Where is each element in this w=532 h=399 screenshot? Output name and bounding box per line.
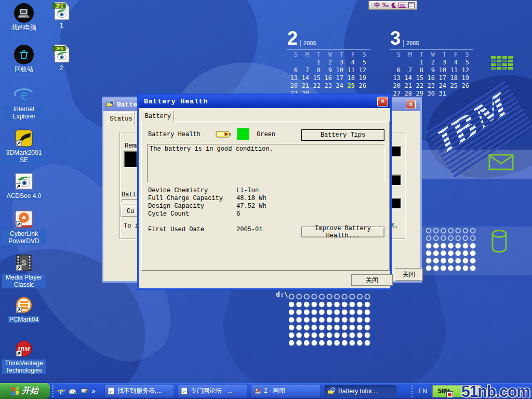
tab-battery[interactable]: Battery (142, 110, 174, 122)
svg-text:e: e (110, 388, 113, 394)
battery-health-dialog[interactable]: Battery Health Battery Battery Health Gr… (137, 94, 392, 290)
acdsee-40[interactable]: ACDSee 4.0 (2, 171, 46, 200)
svg-text:JPG: JPG (56, 4, 63, 9)
calendar-day: 20 (287, 82, 299, 90)
first-used-value: 2005-01 (236, 226, 262, 233)
pcmark04-icon (15, 295, 33, 315)
calendar-divider (287, 49, 370, 50)
internet-explorer-label: Internet Explorer (2, 105, 46, 120)
ime-pad-icon[interactable] (408, 2, 415, 8)
calendar-day: 3 (436, 59, 447, 66)
my-computer[interactable]: 我的电脑 (2, 3, 46, 31)
start-button[interactable]: 开始 (0, 383, 50, 399)
calendar-day: 1 (310, 59, 322, 66)
ime-language-bar[interactable]: 中 ‰ (368, 1, 417, 10)
close-window-button[interactable]: 关闭 (395, 268, 423, 281)
internet-explorer[interactable]: eInternet Explorer (2, 85, 46, 120)
calendar-day: 8 (310, 66, 322, 74)
ime-punctuation-icon[interactable]: ‰ (382, 2, 389, 9)
taskbar-task-0[interactable]: e找不到服务器,... (104, 385, 174, 397)
close-button[interactable] (377, 97, 388, 107)
taskbar-separator (52, 385, 54, 397)
cyberlink-powerdvd[interactable]: CyberLink PowerDVD (2, 209, 46, 245)
detail-value: 47.52 Wh (236, 203, 267, 210)
battery-detail-row: Cycle Count6 (148, 210, 377, 218)
wallpaper-dots-outline (425, 227, 477, 242)
to-label: To i (124, 222, 139, 230)
calendar-weekday: F (344, 50, 356, 59)
battery-tips-button[interactable]: Battery Tips (301, 129, 384, 141)
thinkvantage-technologies-icon: IBM (15, 339, 33, 358)
calendar-weekday: W (424, 50, 436, 59)
calendar-day: 20 (390, 82, 402, 90)
thinkvantage-technologies[interactable]: IBMThinkVantage Technologies (2, 339, 46, 374)
quicklaunch-overflow-chevron[interactable]: » (90, 387, 97, 395)
svg-text:!: ! (111, 101, 112, 104)
start-label: 开始 (22, 385, 38, 396)
battery-detail-row: Full Charge Capacity48.18 Wh (148, 195, 377, 203)
jpg-file-2-label: 2 (59, 64, 64, 72)
3dmark2001-se[interactable]: 3DMark2001 SE (2, 128, 46, 164)
battery-gauge (124, 151, 138, 168)
health-status-square (237, 128, 249, 140)
calendar-header: 32005 (390, 29, 473, 47)
tray-icon[interactable] (446, 391, 453, 398)
ime-grip[interactable] (371, 3, 372, 8)
tab-status[interactable]: Status (107, 112, 135, 125)
calendar-day: 23 (424, 82, 436, 90)
calendar-day: 13 (287, 74, 299, 82)
calendar-day: 1 (413, 59, 424, 66)
detail-label: Design Capacity (148, 203, 204, 210)
calendar-grid: SMTWTFS123456789101112131415161718192021… (390, 50, 470, 98)
calendar-day: 16 (322, 74, 333, 82)
task-buttons: e找不到服务器,...e专门网论坛 - ...2 - 画图!Battery In… (104, 385, 397, 397)
ime-soft-keyboard-icon[interactable] (398, 3, 406, 8)
3dmark2001-se-label: 3DMark2001 SE (2, 149, 46, 164)
my-computer-label: 我的电脑 (10, 24, 37, 31)
battery-health-titlebar[interactable]: Battery Health (139, 95, 390, 108)
calendar-day: 3 (333, 59, 344, 66)
dialog-title: Battery Health (144, 98, 208, 105)
wallpaper-cylinder-icon (490, 229, 508, 257)
calendar-day: 23 (322, 82, 333, 90)
calendar-header: 22005 (287, 29, 370, 47)
drive-label: d:\ (276, 290, 288, 298)
jpg-file-2[interactable]: JPG2 (47, 44, 76, 72)
task-label: 找不到服务器,... (117, 387, 162, 395)
battery-cell-indicator (391, 146, 402, 157)
watermark-51nb: 51nb.com (461, 382, 530, 399)
detail-label: Device Chemistry (148, 187, 208, 194)
calendar-day: 24 (436, 82, 447, 90)
calendar-day (287, 59, 299, 66)
thinkvantage-technologies-label: ThinkVantage Technologies (2, 360, 46, 374)
calendar-day: 10 (333, 66, 344, 74)
recycle-bin[interactable]: 回收站 (2, 45, 46, 73)
pcmark04[interactable]: PCMark04 (2, 295, 46, 323)
media-player-classic[interactable]: SMedia Player Classic (2, 253, 46, 288)
jpg-file-2-icon: JPG (52, 44, 70, 63)
taskbar-task-3[interactable]: !Battery Infor... (324, 385, 397, 397)
media-player-classic-icon: S (15, 253, 33, 273)
calendar-day: 18 (447, 74, 459, 82)
quicklaunch-internet-explorer-icon[interactable]: e (56, 385, 67, 397)
task-label: 2 - 画图 (264, 387, 285, 395)
close-button[interactable] (406, 100, 416, 109)
quicklaunch-show-desktop-icon[interactable] (78, 385, 90, 397)
calendar-day: 5 (356, 59, 367, 66)
language-indicator[interactable]: EN (418, 388, 427, 395)
taskbar-task-1[interactable]: e专门网论坛 - ... (178, 385, 247, 397)
ime-fullwidth-moon-icon[interactable] (391, 2, 396, 8)
task-label: Battery Infor... (338, 388, 377, 395)
jpg-file-1[interactable]: JPG1 (47, 1, 76, 29)
condition-textbox[interactable]: The battery is in good condition. (147, 144, 385, 182)
ime-chinese-mode-icon[interactable]: 中 (374, 2, 380, 9)
dialog-close-button[interactable]: 关闭 (351, 274, 393, 286)
calendar-day (299, 59, 310, 66)
taskbar-task-2[interactable]: 2 - 画图 (251, 385, 321, 397)
recycle-bin-icon (14, 45, 34, 64)
calendar-day: 6 (287, 66, 299, 74)
quicklaunch-outlook-express-icon[interactable] (67, 385, 78, 397)
calendar-day: 6 (390, 66, 402, 74)
improve-battery-health-button[interactable]: Improve Battery Health... (301, 227, 384, 237)
battery-window-icon: ! (106, 100, 115, 110)
